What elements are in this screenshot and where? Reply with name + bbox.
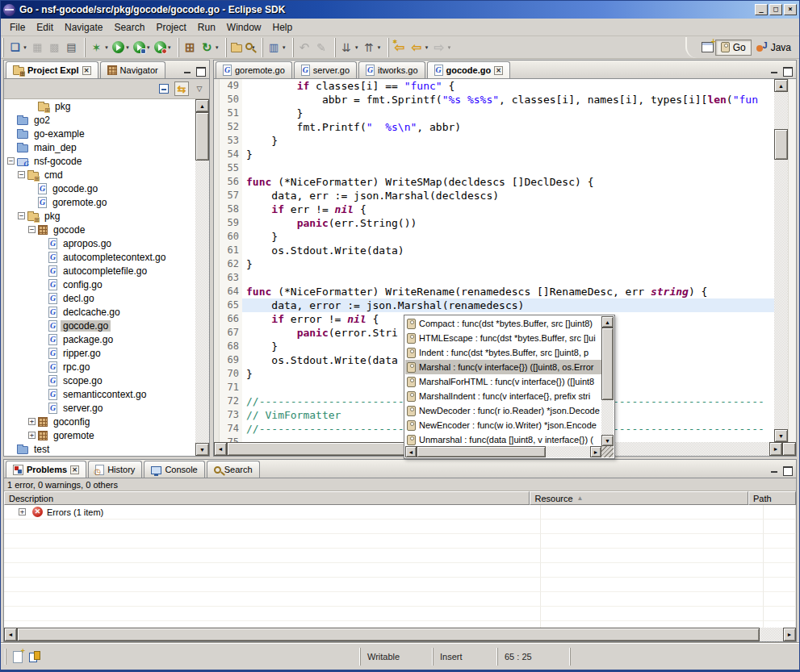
editor-maximize-button[interactable]	[782, 66, 793, 75]
editor-tab-itworks-go[interactable]: itworks.go	[358, 61, 425, 78]
completion-item[interactable]: Marshal : func(v interface{}) ([]uint8, …	[405, 360, 601, 374]
fast-view-icon[interactable]	[13, 651, 23, 663]
forward-dropdown[interactable]: ▼	[446, 45, 451, 50]
tree-item-go2[interactable]: go2	[4, 113, 195, 127]
column-header-path[interactable]: Path	[748, 491, 796, 505]
search-button[interactable]: ▼	[244, 44, 258, 51]
collapse-all-button[interactable]	[157, 81, 171, 96]
scroll-down-arrow[interactable]: ▼	[601, 435, 614, 446]
tree-item-goremote-go[interactable]: goremote.go	[4, 195, 195, 209]
tree-item-pkg[interactable]: pkg	[4, 99, 195, 113]
expand-node-icon[interactable]: +	[19, 508, 26, 515]
tree-item-goremote[interactable]: +goremote	[4, 428, 195, 442]
open-resource-button[interactable]	[229, 41, 244, 53]
overview-ruler[interactable]	[788, 79, 796, 442]
tree-item-nsf-gocode[interactable]: −nsf-gocode	[4, 154, 195, 168]
collapse-node-icon[interactable]: −	[7, 157, 15, 165]
perspective-go-button[interactable]: Go	[715, 40, 752, 56]
explorer-minimize-button[interactable]	[182, 66, 193, 75]
new-wizard-button[interactable]: ▼	[6, 40, 29, 55]
back-button[interactable]: ▼	[408, 40, 431, 55]
redo-button[interactable]	[313, 40, 330, 55]
close-view-icon[interactable]: ✕	[82, 66, 91, 75]
next-annotation-dropdown[interactable]: ▼	[354, 45, 359, 50]
last-edit-location-button[interactable]	[392, 40, 408, 55]
link-with-editor-button[interactable]: ⇆	[174, 81, 189, 96]
maximize-button[interactable]: □	[769, 4, 782, 15]
scroll-down-arrow[interactable]: ▼	[195, 443, 209, 456]
scroll-left-arrow[interactable]: ◄	[4, 628, 17, 641]
scroll-up-arrow[interactable]: ▲	[601, 316, 614, 328]
view-menu-button[interactable]: ▽	[192, 81, 207, 96]
undo-button[interactable]	[296, 40, 313, 55]
scroll-up-arrow[interactable]: ▲	[195, 99, 209, 112]
tree-item-goconfig[interactable]: +goconfig	[4, 415, 195, 428]
tree-item-server-go[interactable]: server.go	[4, 401, 195, 415]
tree-item-apropos-go[interactable]: apropos.go	[4, 236, 195, 250]
tree-item-rpc-go[interactable]: rpc.go	[4, 360, 195, 374]
close-editor-icon[interactable]: ✕	[494, 66, 503, 75]
collapse-node-icon[interactable]: −	[18, 171, 25, 178]
scroll-left-arrow[interactable]: ◄	[214, 442, 227, 456]
scroll-thumb[interactable]	[195, 112, 209, 161]
title-bar[interactable]: Go - nsf-gocode/src/pkg/gocode/gocode.go…	[1, 1, 799, 19]
next-annotation-button[interactable]: ▼	[338, 40, 361, 55]
view-tab-project-expl[interactable]: Project Expl✕	[6, 61, 98, 78]
explorer-maximize-button[interactable]	[195, 66, 206, 75]
completion-item[interactable]: MarshalForHTML : func(v interface{}) ([]…	[405, 374, 601, 389]
new-go-app-button[interactable]: ▼	[199, 40, 221, 55]
tree-item-semanticcontext-go[interactable]: semanticcontext.go	[4, 387, 195, 401]
explorer-vertical-scrollbar[interactable]: ▲ ▼	[195, 99, 209, 456]
tree-item-config-go[interactable]: config.go	[4, 278, 195, 291]
debug-button[interactable]: ▼	[88, 40, 111, 55]
tree-item-gocode[interactable]: −gocode	[4, 223, 195, 236]
tree-item-decl-go[interactable]: decl.go	[4, 291, 195, 305]
open-perspective-button[interactable]	[700, 41, 715, 53]
tree-item-test[interactable]: test	[4, 442, 195, 456]
view-tab-search[interactable]: Search	[207, 461, 260, 478]
tree-item-autocompletefile-go[interactable]: autocompletefile.go	[4, 264, 195, 278]
scroll-left-arrow[interactable]: ◄	[405, 446, 417, 457]
tree-item-gocode-go[interactable]: gocode.go	[4, 319, 195, 332]
scroll-up-arrow[interactable]: ▲	[774, 79, 788, 92]
popup-horizontal-scrollbar[interactable]: ◄ ►	[405, 446, 601, 457]
forward-button[interactable]: ▼	[430, 40, 453, 55]
tree-item-autocompletecontext-go[interactable]: autocompletecontext.go	[4, 250, 195, 264]
scroll-right-arrow[interactable]: ►	[783, 628, 796, 641]
collapse-node-icon[interactable]: −	[18, 212, 25, 219]
external-tools-button[interactable]: ▼	[153, 40, 174, 54]
sync-view-icon[interactable]	[29, 651, 40, 662]
tree-item-cmd[interactable]: −cmd	[4, 168, 195, 182]
column-header-description[interactable]: Description	[4, 491, 530, 505]
close-view-icon[interactable]: ✕	[70, 465, 79, 474]
run-dropdown[interactable]: ▼	[125, 45, 130, 50]
previous-annotation-button[interactable]: ▼	[361, 40, 383, 55]
run-last-button[interactable]: ▼	[132, 40, 153, 54]
menu-help[interactable]: Help	[267, 20, 299, 35]
editor-vertical-scrollbar[interactable]: ▲ ▼	[774, 79, 788, 442]
editor-tab-gocode-go[interactable]: gocode.go✕	[427, 61, 511, 78]
completion-item[interactable]: NewDecoder : func(r io.Reader) *json.Dec…	[405, 403, 601, 418]
completion-item[interactable]: HTMLEscape : func(dst *bytes.Buffer, src…	[405, 331, 601, 345]
menu-search[interactable]: Search	[108, 20, 150, 35]
menu-run[interactable]: Run	[192, 20, 221, 35]
scroll-thumb[interactable]	[17, 628, 760, 641]
problems-maximize-button[interactable]	[782, 465, 793, 474]
menu-project[interactable]: Project	[150, 20, 191, 35]
completion-item[interactable]: Unmarshal : func(data []uint8, v interfa…	[405, 432, 601, 446]
completion-item[interactable]: Indent : func(dst *bytes.Buffer, src []u…	[405, 345, 601, 360]
external-tools-dropdown[interactable]: ▼	[167, 45, 172, 50]
scroll-right-arrow[interactable]: ►	[590, 446, 601, 457]
menu-file[interactable]: File	[4, 20, 31, 35]
tree-item-main_dep[interactable]: main_dep	[4, 140, 195, 154]
tree-item-scope-go[interactable]: scope.go	[4, 374, 195, 387]
view-tab-navigator[interactable]: Navigator	[100, 61, 165, 78]
completion-item[interactable]: MarshalIndent : func(v interface{}, pref…	[405, 389, 601, 403]
menu-navigate[interactable]: Navigate	[59, 20, 108, 35]
tree-item-go-example[interactable]: go-example	[4, 127, 195, 140]
tree-item-pkg[interactable]: −pkg	[4, 209, 195, 223]
problems-row-errors[interactable]: +✕Errors (1 item)	[4, 505, 796, 520]
view-tab-history[interactable]: History	[88, 461, 142, 478]
scroll-thumb[interactable]	[601, 328, 614, 400]
collapse-node-icon[interactable]: −	[28, 226, 36, 233]
